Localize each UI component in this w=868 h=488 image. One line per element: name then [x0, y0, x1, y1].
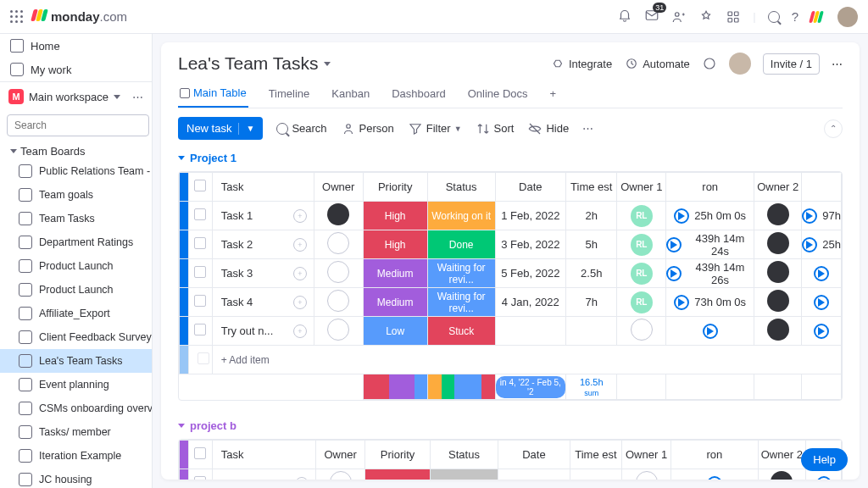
- sidebar-item[interactable]: Lea's Team Tasks: [0, 349, 152, 373]
- sidebar-item[interactable]: Client Feedback Survey: [0, 325, 152, 349]
- checkbox[interactable]: [194, 324, 206, 336]
- conversation-icon[interactable]: +: [293, 238, 307, 252]
- more-icon[interactable]: ⋯: [832, 58, 843, 70]
- marketplace-icon[interactable]: [726, 9, 741, 25]
- timer-cell[interactable]: 25h 0m 0s: [666, 208, 754, 224]
- tab[interactable]: Main Table: [178, 81, 248, 108]
- col-task[interactable]: Task: [212, 173, 314, 202]
- col-time-est[interactable]: Time est: [570, 441, 621, 469]
- task-name-cell[interactable]: Try out n...+: [212, 317, 314, 346]
- person-tool[interactable]: Person: [341, 121, 394, 136]
- status-cell[interactable]: Waiting for revi...: [428, 288, 495, 316]
- owner1-badge[interactable]: RL: [631, 291, 653, 313]
- priority-cell[interactable]: High: [364, 230, 427, 258]
- owner2-avatar[interactable]: [767, 203, 789, 225]
- timer-cell[interactable]: 439h 14m 24s: [666, 232, 754, 258]
- priority-cell[interactable]: Medium: [364, 259, 427, 287]
- play-icon[interactable]: [802, 208, 817, 224]
- tab[interactable]: Online Docs: [466, 81, 530, 108]
- user-avatar[interactable]: [837, 7, 858, 27]
- date-cell[interactable]: [495, 317, 566, 346]
- play-icon[interactable]: [802, 237, 817, 252]
- bell-icon[interactable]: [617, 9, 632, 25]
- checkbox[interactable]: [194, 476, 206, 480]
- timer-cell[interactable]: 439h 14m 26s: [666, 261, 754, 286]
- sidebar-item[interactable]: Team Tasks: [0, 207, 152, 230]
- date-cell[interactable]: [498, 469, 570, 480]
- col-date[interactable]: Date: [495, 173, 566, 202]
- integrate-button[interactable]: Integrate: [550, 56, 612, 71]
- invite-button[interactable]: Invite / 1: [763, 53, 820, 75]
- owner1-badge[interactable]: RL: [631, 234, 653, 256]
- checkbox[interactable]: [194, 266, 206, 278]
- sidebar-item[interactable]: JC housing: [0, 468, 152, 488]
- sidebar-item[interactable]: CSMs onboarding overvi...: [0, 396, 152, 420]
- col-date[interactable]: Date: [498, 441, 570, 469]
- play-icon[interactable]: [814, 324, 829, 339]
- sidebar-group-header[interactable]: Team Boards: [0, 140, 152, 159]
- owner1-empty[interactable]: [636, 471, 658, 480]
- inbox-icon[interactable]: [644, 8, 659, 25]
- checkbox[interactable]: [194, 237, 206, 249]
- sidebar-item[interactable]: Event planning: [0, 373, 152, 396]
- conversation-icon[interactable]: +: [295, 477, 309, 480]
- col-owner[interactable]: Owner: [315, 441, 364, 469]
- workspace-menu-icon[interactable]: ⋯: [132, 91, 143, 103]
- owner-empty[interactable]: [327, 261, 349, 283]
- board-title[interactable]: Lea's Team Tasks: [178, 53, 331, 74]
- sidebar-item[interactable]: Iteration Example: [0, 444, 152, 468]
- help-button[interactable]: Help: [801, 448, 848, 471]
- chat-icon[interactable]: [702, 56, 717, 71]
- time-est-cell[interactable]: 2.5h: [566, 259, 617, 288]
- sidebar-item[interactable]: Department Ratings: [0, 230, 152, 254]
- time-est-cell[interactable]: 2h: [566, 202, 617, 230]
- checkbox-all[interactable]: [194, 447, 206, 459]
- date-cell[interactable]: 5 Feb, 2022: [495, 259, 566, 288]
- status-cell[interactable]: Waiting for revi...: [428, 259, 495, 287]
- priority-cell[interactable]: High: [364, 202, 427, 230]
- task-name-cell[interactable]: Task 1+: [212, 202, 314, 230]
- owner-empty[interactable]: [327, 232, 349, 254]
- owner2-avatar[interactable]: [767, 319, 789, 341]
- time-est-cell[interactable]: 7h: [566, 288, 617, 317]
- sidebar-item[interactable]: Affiliate_Export: [0, 302, 152, 325]
- owner2-avatar[interactable]: [771, 471, 793, 480]
- col-task[interactable]: Task: [212, 441, 315, 469]
- col-priority[interactable]: Priority: [363, 173, 427, 202]
- owner1-badge[interactable]: RL: [631, 205, 653, 227]
- help-icon[interactable]: ?: [792, 9, 798, 24]
- col-owner2[interactable]: Owner 2: [758, 441, 805, 469]
- col-time-est[interactable]: Time est: [566, 173, 617, 202]
- board-owner-avatar[interactable]: [729, 53, 751, 75]
- sort-tool[interactable]: Sort: [476, 121, 515, 136]
- status-cell[interactable]: Done: [428, 230, 495, 258]
- sidebar-search-input[interactable]: [7, 114, 149, 136]
- date-cell[interactable]: 4 Jan, 2022: [495, 288, 566, 317]
- owner-empty[interactable]: [327, 290, 349, 312]
- timer-cell[interactable]: [671, 476, 757, 480]
- checkbox[interactable]: [194, 295, 206, 307]
- sidebar-item[interactable]: Tasks/ member: [0, 420, 152, 444]
- play-icon[interactable]: [814, 295, 829, 310]
- hide-tool[interactable]: Hide: [527, 121, 569, 136]
- task-name-cell[interactable]: Task 4+: [212, 288, 314, 317]
- col-status[interactable]: Status: [430, 441, 498, 469]
- search-icon[interactable]: [768, 11, 780, 23]
- owner-empty[interactable]: [327, 319, 349, 341]
- add-item-row[interactable]: + Add item: [180, 346, 842, 374]
- col-ron[interactable]: ron: [666, 173, 754, 202]
- play-icon[interactable]: [816, 476, 832, 480]
- task-name-cell[interactable]: Task 3+: [212, 259, 314, 288]
- owner2-avatar[interactable]: [767, 290, 789, 312]
- conversation-icon[interactable]: +: [293, 296, 307, 309]
- date-cell[interactable]: 1 Feb, 2022: [495, 202, 566, 230]
- owner-empty[interactable]: [330, 471, 352, 480]
- nav-mywork[interactable]: My work: [0, 58, 152, 81]
- sidebar-item[interactable]: Product Launch: [0, 254, 152, 278]
- col-owner2[interactable]: Owner 2: [754, 173, 802, 202]
- owner1-badge[interactable]: RL: [631, 263, 653, 285]
- checkbox-all[interactable]: [194, 180, 206, 191]
- timer-cell[interactable]: [666, 324, 754, 339]
- new-task-button[interactable]: New task▼: [178, 117, 263, 140]
- invite-icon[interactable]: [671, 9, 687, 25]
